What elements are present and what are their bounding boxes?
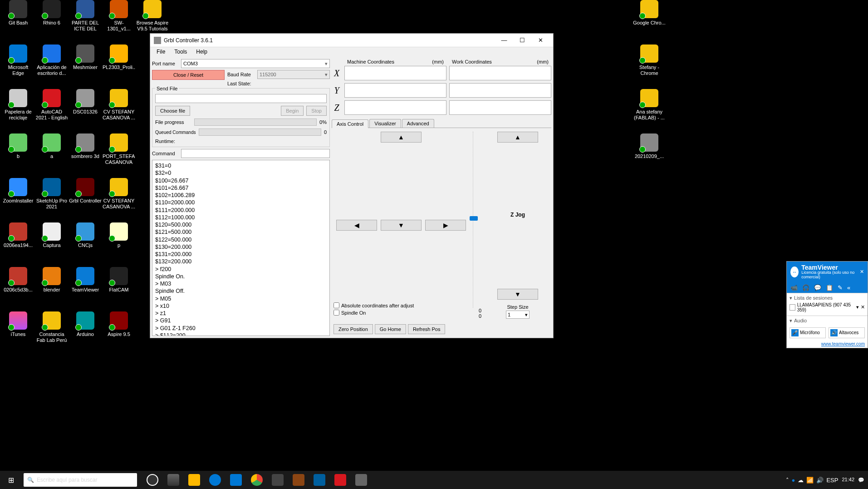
tb-taskview[interactable] <box>163 471 183 489</box>
tv-session-name[interactable]: LLAMASAPIENS (907 435 359) <box>797 302 854 312</box>
desktop-icon[interactable]: b <box>2 133 34 159</box>
abs-coord-check[interactable]: Absolute coordinates after adjust <box>333 302 469 308</box>
desktop-icon[interactable]: PL2303_Proli... <box>103 44 135 70</box>
desktop-icon[interactable]: 0206ea194... <box>2 222 34 248</box>
menu-file[interactable]: File <box>152 47 170 57</box>
desktop-icon[interactable]: CV STEFANY CASANOVA ... <box>103 178 135 210</box>
tb-app5[interactable] <box>351 471 371 489</box>
go-home-button[interactable]: Go Home <box>375 324 406 334</box>
desktop-icon[interactable]: Captura <box>35 222 68 248</box>
desktop-icon[interactable]: Ana stefany (FABLAB) - ... <box>633 89 666 121</box>
desktop-icon[interactable]: Aplicación de escritorio d... <box>35 44 68 76</box>
tb-edge[interactable] <box>205 471 225 489</box>
desktop-icon[interactable]: FlatCAM <box>103 267 135 293</box>
desktop-icon[interactable]: iTunes <box>2 311 34 337</box>
tab-visualizer[interactable]: Visualizer <box>369 119 401 128</box>
desktop-icon[interactable]: Grbl Controller <box>69 178 102 204</box>
close-reset-button[interactable]: Close / Reset <box>152 70 225 80</box>
tv-files-icon[interactable]: 📋 <box>826 284 833 291</box>
choose-file-button[interactable]: Choose file <box>155 106 190 116</box>
tb-chrome[interactable] <box>247 471 267 489</box>
begin-button[interactable]: Begin <box>281 106 304 116</box>
tray-tv-icon[interactable]: ● <box>792 477 795 484</box>
tray-notifications-icon[interactable]: 💬 <box>858 477 864 483</box>
desktop-icon[interactable]: p <box>103 222 135 248</box>
jog-z-up[interactable]: ▲ <box>497 132 538 143</box>
desktop-icon[interactable]: ZoomInstaller <box>2 178 34 204</box>
tv-collapse-icon[interactable]: « <box>847 284 850 291</box>
desktop-icon[interactable]: Google Chro... <box>633 0 666 26</box>
desktop-icon[interactable]: Rhino 6 <box>35 0 68 26</box>
port-combo[interactable]: COM3 <box>181 59 330 68</box>
tray-wifi-icon[interactable]: 📶 <box>806 477 814 484</box>
tv-session-menu-icon[interactable]: ▾ <box>856 304 859 310</box>
desktop-icon[interactable]: blender <box>35 267 68 293</box>
tv-session-close-icon[interactable]: ✕ <box>861 304 865 310</box>
desktop-icon[interactable]: Meshmixer <box>69 44 102 70</box>
desktop-icon[interactable]: 0206c5d3b... <box>2 267 34 293</box>
desktop-icon[interactable]: Papelera de reciclaje <box>2 89 34 121</box>
desktop-icon[interactable]: Stefany - Chrome <box>633 44 666 76</box>
tb-cortana[interactable] <box>142 471 162 489</box>
jog-x-right[interactable]: ▶ <box>425 220 466 231</box>
desktop-icon[interactable]: CNCjs <box>69 222 102 248</box>
tv-video-icon[interactable]: 📹 <box>790 284 798 291</box>
tv-audio-icon[interactable]: 🎧 <box>802 284 809 291</box>
tray-vol-icon[interactable]: 🔊 <box>816 477 824 484</box>
desktop-icon[interactable]: Aspire 9.5 <box>103 311 135 337</box>
desktop-icon[interactable]: AutoCAD 2021 - English <box>35 89 68 121</box>
tab-axis-control[interactable]: Axis Control <box>332 119 368 128</box>
menu-tools[interactable]: Tools <box>170 47 191 57</box>
tv-sessions-header[interactable]: ▾ Lista de sesiones <box>790 295 865 301</box>
tv-link[interactable]: www.teamviewer.com <box>787 340 868 348</box>
tb-app4[interactable] <box>330 471 350 489</box>
tv-chat-icon[interactable]: 💬 <box>814 284 821 291</box>
tv-close-icon[interactable]: ✕ <box>860 269 864 275</box>
file-path-input[interactable] <box>155 94 327 103</box>
jog-y-down[interactable]: ▼ <box>381 220 422 231</box>
desktop-icon[interactable]: CV STEFANY CASANOVA ... <box>103 89 135 121</box>
titlebar[interactable]: Grbl Controller 3.6.1 — ☐ ✕ <box>150 34 553 47</box>
desktop-icon[interactable]: SW-1301_v1... <box>103 0 135 32</box>
spindle-on-check[interactable]: Spindle On <box>333 310 469 316</box>
taskbar-clock[interactable]: 21:42 <box>842 477 854 483</box>
command-input[interactable] <box>181 149 330 158</box>
menu-help[interactable]: Help <box>191 47 212 57</box>
desktop-icon[interactable]: Arduino <box>69 311 102 337</box>
tb-app3[interactable] <box>309 471 329 489</box>
jog-z-down[interactable]: ▼ <box>497 289 538 300</box>
desktop-icon[interactable]: DSC01326 <box>69 89 102 115</box>
desktop-icon[interactable]: a <box>35 133 68 159</box>
desktop-icon[interactable]: SketchUp Pro 2021 <box>35 178 68 210</box>
tray-lang-icon[interactable]: ESP <box>826 477 838 484</box>
zero-position-button[interactable]: Zero Position <box>333 324 373 334</box>
desktop-icon[interactable]: sombrero 3d <box>69 133 102 159</box>
maximize-button[interactable]: ☐ <box>513 34 531 47</box>
desktop-icon[interactable]: Constancia Fab Lab Perú 3 <box>35 311 68 343</box>
tv-audio-header[interactable]: ▾ Audio <box>790 318 865 324</box>
baud-combo[interactable]: 115200 <box>257 70 330 79</box>
step-size-combo[interactable]: 1 <box>506 311 530 319</box>
tb-explorer[interactable] <box>184 471 204 489</box>
tv-spk-box[interactable]: 🔊Altavoces <box>829 327 865 338</box>
desktop-icon[interactable]: Browse Aspire V9.5 Tutorials <box>136 0 169 32</box>
console-output[interactable]: $31=0 $32=0 $100=26.667 $101=26.667 $102… <box>152 160 330 336</box>
taskbar-search[interactable]: 🔍 Escribe aquí para buscar <box>24 473 137 487</box>
tray-cloud-icon[interactable]: ☁ <box>798 477 804 484</box>
desktop-icon[interactable]: 20210209_... <box>633 133 666 159</box>
desktop-icon[interactable]: Git Bash <box>2 0 34 26</box>
jog-x-left[interactable]: ◀ <box>336 220 377 231</box>
tb-store[interactable] <box>226 471 246 489</box>
tv-mic-box[interactable]: 🎤Micrófono <box>790 327 826 338</box>
tray-up-icon[interactable]: ˄ <box>786 477 789 484</box>
desktop-icon[interactable]: TeamViewer <box>69 267 102 293</box>
tv-whiteboard-icon[interactable]: ✎ <box>838 284 843 291</box>
tb-app1[interactable] <box>268 471 288 489</box>
start-button[interactable]: ⊞ <box>0 471 22 489</box>
close-button[interactable]: ✕ <box>531 34 549 47</box>
minimize-button[interactable]: — <box>495 34 513 47</box>
stop-button[interactable]: Stop <box>306 106 327 116</box>
jog-speed-slider[interactable] <box>473 132 482 308</box>
desktop-icon[interactable]: PARTE DEL ICTE DEL DI... <box>69 0 102 32</box>
desktop-icon[interactable]: PORT_STEFANY CASANOVA <box>103 133 135 165</box>
